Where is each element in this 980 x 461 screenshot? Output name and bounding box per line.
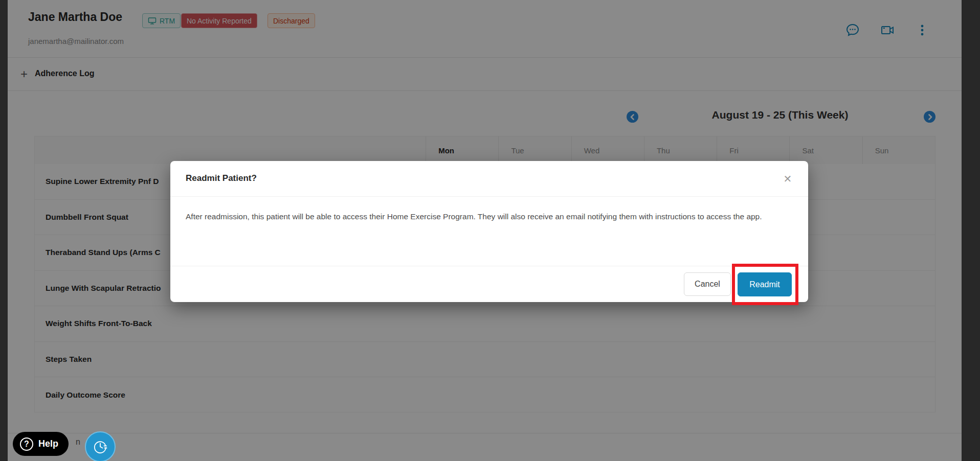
modal-body-text: After readmission, this patient will be … [186, 210, 794, 224]
readmit-modal: Readmit Patient? ✕ After readmission, th… [170, 161, 808, 302]
readmit-button[interactable]: Readmit [738, 272, 792, 296]
clock-icon [93, 439, 108, 454]
close-icon[interactable]: ✕ [781, 172, 795, 186]
help-button-label: Help [38, 439, 58, 449]
time-tracking-button[interactable] [85, 431, 116, 461]
question-mark-icon: ? [20, 437, 33, 451]
modal-title: Readmit Patient? [186, 173, 257, 183]
modal-footer-divider [170, 266, 808, 266]
modal-header: Readmit Patient? ✕ [170, 161, 808, 197]
cancel-button[interactable]: Cancel [684, 272, 731, 296]
help-button[interactable]: ? Help [13, 432, 69, 456]
